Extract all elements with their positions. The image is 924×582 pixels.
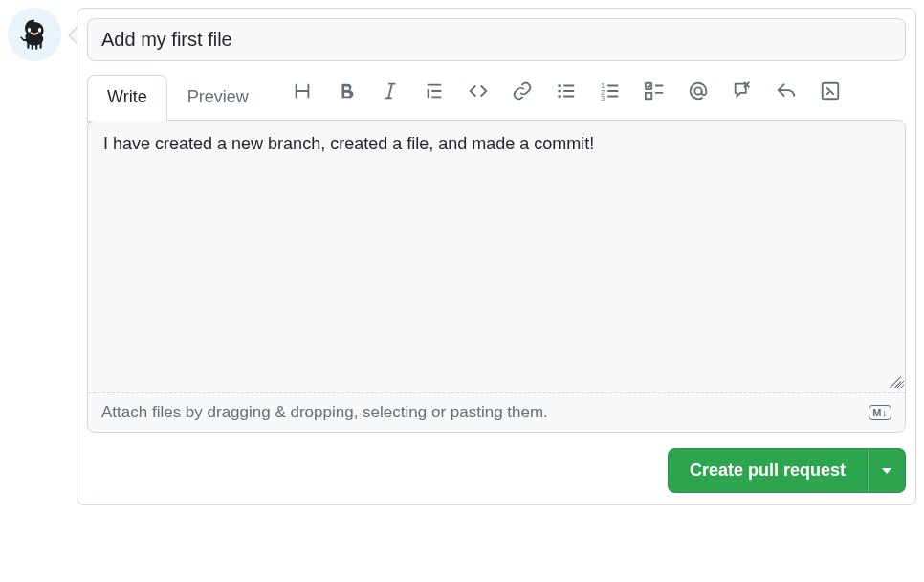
create-pull-request-dropdown[interactable]	[868, 448, 906, 493]
svg-point-3	[558, 84, 561, 87]
link-icon[interactable]	[512, 80, 533, 101]
code-icon[interactable]	[468, 80, 489, 101]
pr-body-textarea[interactable]	[88, 121, 905, 389]
markdown-icon[interactable]: M↓	[869, 405, 891, 420]
bold-icon[interactable]	[336, 80, 357, 101]
cross-reference-icon[interactable]	[732, 80, 753, 101]
numbered-list-icon[interactable]: 123	[600, 80, 621, 101]
heading-icon[interactable]	[292, 80, 313, 101]
pr-title-input[interactable]	[87, 18, 906, 61]
svg-point-1	[29, 29, 31, 32]
mention-icon[interactable]	[688, 80, 709, 101]
avatar[interactable]	[8, 8, 61, 61]
comment-form: Write Preview 123	[77, 8, 916, 505]
tab-preview[interactable]: Preview	[167, 75, 269, 121]
svg-point-10	[694, 87, 701, 94]
quote-icon[interactable]	[424, 80, 445, 101]
resize-handle-icon[interactable]	[890, 376, 901, 388]
svg-text:3: 3	[601, 94, 605, 101]
task-list-icon[interactable]	[644, 80, 665, 101]
attach-hint[interactable]: Attach files by dragging & dropping, sel…	[101, 403, 548, 422]
create-pull-request-button[interactable]: Create pull request	[668, 448, 868, 493]
svg-point-2	[39, 29, 41, 32]
formatting-toolbar: 123	[292, 75, 906, 101]
reply-icon[interactable]	[776, 80, 797, 101]
form-actions: Create pull request	[77, 442, 915, 504]
comment-body-area: Attach files by dragging & dropping, sel…	[87, 120, 906, 433]
svg-point-5	[558, 95, 561, 98]
tab-write[interactable]: Write	[87, 75, 167, 121]
editor-tabs: Write Preview	[87, 75, 269, 121]
svg-point-4	[558, 90, 561, 93]
chevron-down-icon	[882, 468, 891, 474]
saved-replies-icon[interactable]	[820, 80, 841, 101]
octocat-icon	[13, 13, 55, 56]
italic-icon[interactable]	[380, 80, 401, 101]
bulleted-list-icon[interactable]	[556, 80, 577, 101]
